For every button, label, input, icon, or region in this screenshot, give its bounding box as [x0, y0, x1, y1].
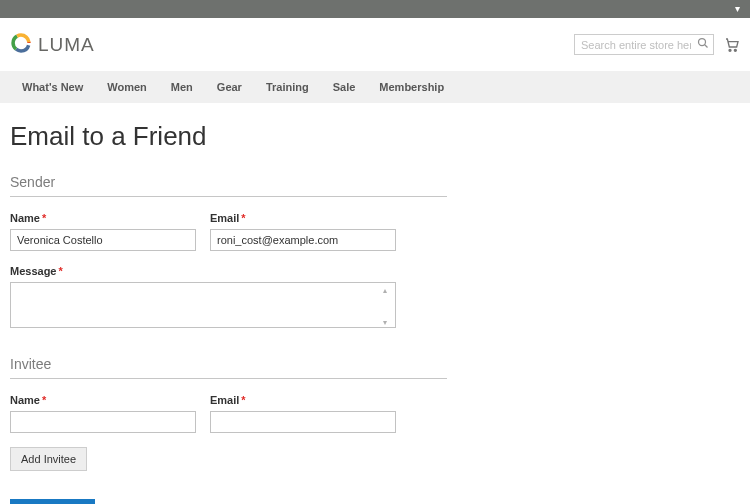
- invitee-legend: Invitee: [10, 356, 447, 379]
- sender-section: Sender Name* Email* Message* ▴▾: [10, 174, 447, 331]
- search-box: [574, 34, 714, 55]
- sender-message-field: Message* ▴▾: [10, 265, 396, 331]
- nav-item-whats-new[interactable]: What's New: [10, 71, 95, 103]
- required-mark: *: [58, 265, 62, 277]
- page-title: Email to a Friend: [10, 121, 740, 152]
- search-icon[interactable]: [697, 37, 709, 52]
- nav-item-gear[interactable]: Gear: [205, 71, 254, 103]
- sender-message-label: Message*: [10, 265, 396, 277]
- cart-icon[interactable]: [724, 37, 740, 53]
- sender-email-label: Email*: [210, 212, 396, 224]
- required-mark: *: [241, 212, 245, 224]
- required-mark: *: [241, 394, 245, 406]
- invitee-name-input[interactable]: [10, 411, 196, 433]
- sender-name-field: Name*: [10, 212, 196, 251]
- form-actions: Send Email: [10, 499, 740, 504]
- invitee-name-label: Name*: [10, 394, 196, 406]
- chevron-down-icon[interactable]: ▾: [735, 3, 740, 14]
- nav-item-men[interactable]: Men: [159, 71, 205, 103]
- nav-item-women[interactable]: Women: [95, 71, 159, 103]
- svg-point-4: [699, 39, 706, 46]
- nav-item-membership[interactable]: Membership: [367, 71, 456, 103]
- main-nav: What's New Women Men Gear Training Sale …: [0, 71, 750, 103]
- invitee-name-field: Name*: [10, 394, 196, 433]
- required-mark: *: [42, 212, 46, 224]
- header: LUMA: [0, 18, 750, 71]
- nav-item-sale[interactable]: Sale: [321, 71, 368, 103]
- add-invitee-button[interactable]: Add Invitee: [10, 447, 87, 471]
- sender-message-input[interactable]: [10, 282, 396, 328]
- search-input[interactable]: [574, 34, 714, 55]
- required-mark: *: [42, 394, 46, 406]
- invitee-email-label: Email*: [210, 394, 396, 406]
- luma-logo-icon: [10, 32, 32, 57]
- svg-line-5: [705, 45, 708, 48]
- store-logo[interactable]: LUMA: [10, 32, 95, 57]
- nav-item-training[interactable]: Training: [254, 71, 321, 103]
- invitee-section: Invitee Name* Email* Add Invitee: [10, 356, 447, 471]
- invitee-email-input[interactable]: [210, 411, 396, 433]
- invitee-email-field: Email*: [210, 394, 396, 433]
- sender-name-label: Name*: [10, 212, 196, 224]
- global-topbar: ▾: [0, 0, 750, 18]
- send-email-button[interactable]: Send Email: [10, 499, 95, 504]
- sender-email-input[interactable]: [210, 229, 396, 251]
- sender-email-field: Email*: [210, 212, 396, 251]
- svg-point-7: [734, 49, 736, 51]
- brand-name: LUMA: [38, 34, 95, 56]
- sender-name-input[interactable]: [10, 229, 196, 251]
- sender-legend: Sender: [10, 174, 447, 197]
- svg-point-6: [729, 49, 731, 51]
